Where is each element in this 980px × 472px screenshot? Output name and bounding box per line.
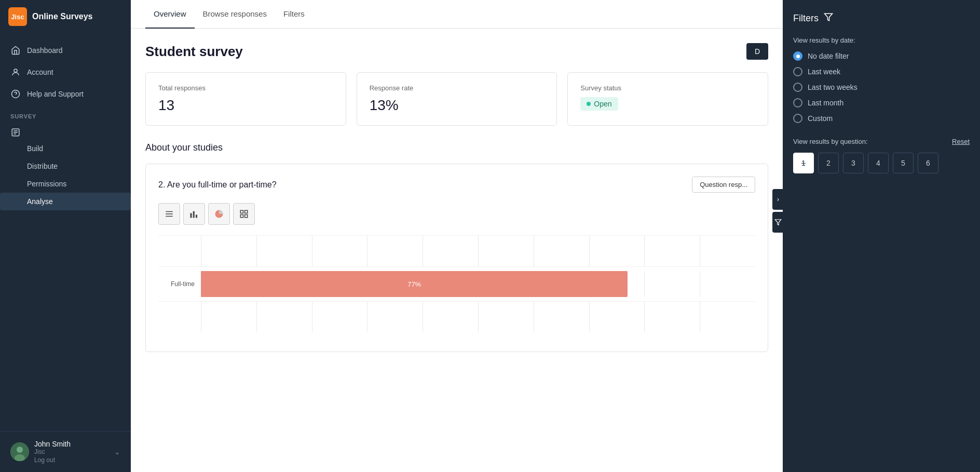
question-filter-label: View results by question: (793, 138, 868, 145)
radio-last-month[interactable]: Last month (793, 98, 970, 107)
total-responses-value: 13 (158, 97, 333, 114)
download-button[interactable]: D (746, 43, 768, 60)
svg-rect-15 (196, 215, 197, 218)
sidebar-item-help[interactable]: Help and Support (0, 83, 131, 105)
footer-username: John Smith (34, 440, 109, 448)
svg-marker-21 (825, 14, 833, 21)
svg-rect-14 (193, 211, 195, 218)
sidebar-item-survey-icon (0, 122, 131, 140)
dashboard-label: Dashboard (27, 46, 63, 55)
sidebar-footer: John Smith Jisc Log out ⌄ (0, 431, 131, 472)
svg-rect-18 (245, 210, 248, 213)
sidebar-item-build[interactable]: Build (0, 140, 131, 157)
status-dot (587, 102, 591, 106)
main-content: Overview Browse responses Filters Studen… (131, 0, 783, 472)
radio-last-week-circle (793, 67, 802, 76)
svg-rect-19 (240, 215, 243, 218)
bar-label-fulltime: Full-time (158, 280, 195, 288)
stat-card-survey-status: Survey status Open (567, 72, 768, 126)
survey-title-row: Student survey D (145, 43, 768, 60)
radio-last-two-weeks[interactable]: Last two weeks (793, 83, 970, 92)
svg-rect-20 (245, 215, 248, 218)
filter-panel-icon[interactable] (772, 212, 784, 233)
chart-type-table[interactable] (158, 203, 180, 225)
svg-point-0 (14, 69, 17, 72)
person-icon (10, 67, 21, 77)
chart-area: Full-time (158, 235, 755, 339)
response-rate-value: 13% (370, 97, 545, 114)
date-radio-group: No date filter Last week Last two weeks … (793, 51, 970, 123)
status-value: Open (594, 100, 611, 108)
radio-last-month-label: Last month (808, 99, 843, 107)
question-card: 2. Are you full-time or part-time? Quest… (145, 164, 768, 352)
question-number-6[interactable]: 6 (918, 153, 938, 173)
jisc-logo: Jisc (8, 7, 27, 26)
footer-org: Jisc (34, 448, 109, 455)
question-number-5[interactable]: 5 (893, 153, 914, 173)
radio-last-week-label: Last week (808, 68, 840, 76)
distribute-label: Distribute (27, 162, 58, 170)
chevron-icon[interactable]: ⌄ (114, 448, 120, 456)
question-responses-button[interactable]: Question resp... (692, 177, 755, 193)
radio-custom-label: Custom (808, 114, 833, 123)
tab-overview[interactable]: Overview (145, 0, 195, 29)
bar-container-fulltime: 77% (201, 271, 755, 297)
chart-type-pie[interactable] (208, 203, 230, 225)
collapse-panel-arrow[interactable]: › (772, 189, 784, 210)
question-number-4[interactable]: 4 (868, 153, 889, 173)
svg-marker-22 (775, 219, 781, 225)
question-number-3[interactable]: 3 (843, 153, 864, 173)
home-icon (10, 45, 21, 56)
sidebar-item-permissions[interactable]: Permissions (0, 175, 131, 193)
section-title: About your studies (145, 142, 768, 153)
radio-last-two-weeks-circle (793, 83, 802, 92)
account-label: Account (27, 68, 53, 76)
sidebar-item-analyse[interactable]: Analyse (0, 193, 131, 210)
analyse-label: Analyse (27, 197, 53, 206)
filter-funnel-icon (824, 12, 833, 24)
stat-card-total-responses: Total responses 13 (145, 72, 346, 126)
filters-header: Filters (793, 12, 970, 24)
filters-title: Filters (793, 13, 819, 24)
tabs-bar: Overview Browse responses Filters (131, 0, 783, 29)
svg-rect-17 (240, 210, 243, 213)
filters-panel: Filters View results by date: No date fi… (783, 0, 980, 472)
date-filter-label: View results by date: (793, 36, 970, 44)
radio-last-two-weeks-label: Last two weeks (808, 83, 857, 91)
status-badge: Open (580, 97, 618, 111)
logout-link[interactable]: Log out (34, 456, 109, 464)
svg-point-8 (17, 447, 23, 453)
question-number-1[interactable]: 1 (793, 153, 814, 173)
survey-icon (10, 127, 21, 138)
help-label: Help and Support (27, 90, 84, 98)
help-icon (10, 89, 21, 99)
radio-last-week[interactable]: Last week (793, 67, 970, 76)
bar-value-fulltime: 77% (407, 280, 421, 288)
reset-link[interactable]: Reset (952, 138, 970, 145)
tab-filters[interactable]: Filters (275, 0, 313, 29)
radio-no-date-circle (793, 51, 802, 61)
chart-row-fulltime: Full-time (158, 266, 755, 301)
sidebar-item-dashboard[interactable]: Dashboard (0, 39, 131, 61)
sidebar-item-account[interactable]: Account (0, 61, 131, 83)
radio-custom[interactable]: Custom (793, 114, 970, 123)
footer-user-info: John Smith Jisc Log out (34, 440, 109, 464)
question-numbers: 1 2 3 4 5 6 (793, 153, 970, 173)
svg-rect-13 (190, 213, 192, 218)
radio-last-month-circle (793, 98, 802, 107)
sidebar-nav: Dashboard Account Help and Support SURV (0, 33, 131, 431)
question-number-2[interactable]: 2 (818, 153, 839, 173)
app-name: Online Surveys (32, 12, 93, 21)
survey-section-label: SURVEY (0, 105, 131, 122)
radio-no-date[interactable]: No date filter (793, 51, 970, 61)
permissions-label: Permissions (27, 180, 66, 188)
question-header: 2. Are you full-time or part-time? Quest… (158, 177, 755, 193)
chart-type-buttons (158, 203, 755, 225)
sidebar-item-distribute[interactable]: Distribute (0, 157, 131, 175)
chart-grid: Full-time (158, 235, 755, 332)
tab-browse-responses[interactable]: Browse responses (195, 0, 275, 29)
chart-type-grid[interactable] (233, 203, 255, 225)
question-filter-header: View results by question: Reset (793, 138, 970, 145)
chart-type-bar[interactable] (183, 203, 205, 225)
stat-card-response-rate: Response rate 13% (357, 72, 557, 126)
